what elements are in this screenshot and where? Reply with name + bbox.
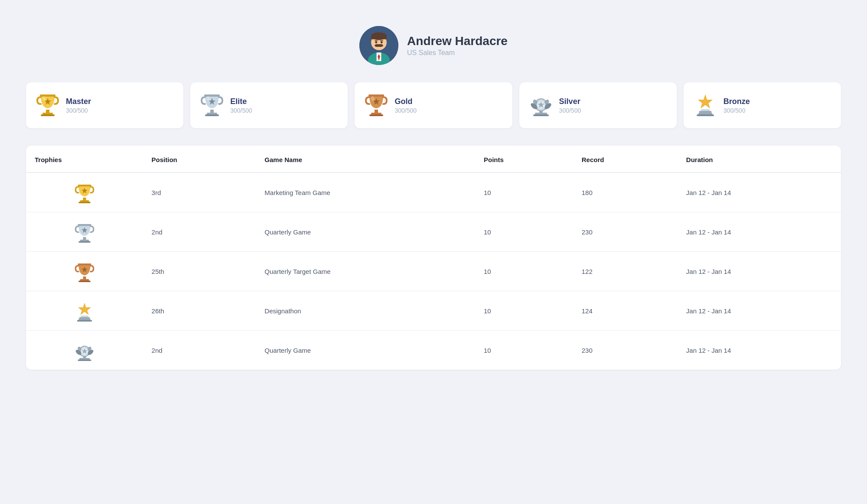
profile-name: Andrew Hardacre <box>407 34 508 48</box>
position-cell: 2nd <box>143 212 256 252</box>
trophy-cards-row: Master 300/500 Elite <box>26 82 841 128</box>
svg-rect-22 <box>204 94 220 97</box>
trophy-card-bronze-info: Bronze 300/500 <box>724 97 750 114</box>
svg-rect-16 <box>40 94 55 97</box>
profile-info: Andrew Hardacre US Sales Team <box>407 34 508 57</box>
duration-cell: Jan 12 - Jan 14 <box>678 291 841 331</box>
svg-rect-49 <box>83 198 86 202</box>
svg-rect-26 <box>369 114 383 116</box>
trophy-card-bronze-label: Bronze <box>724 97 750 106</box>
game-name-cell: Designathon <box>256 291 475 331</box>
trophy-card-bronze-score: 300/500 <box>724 107 750 114</box>
trophy-card-elite-info: Elite 300/500 <box>230 97 252 114</box>
trophy-icon-cell <box>26 212 143 252</box>
svg-rect-53 <box>78 241 91 243</box>
svg-rect-55 <box>78 224 91 226</box>
points-cell: 10 <box>475 291 573 331</box>
svg-rect-48 <box>78 202 91 203</box>
svg-rect-15 <box>46 110 49 114</box>
elite-trophy-icon <box>201 91 223 120</box>
bronze-trophy-icon <box>694 91 717 120</box>
svg-rect-54 <box>83 237 86 241</box>
table-header-row: Trophies Position Game Name Points Recor… <box>26 146 841 172</box>
svg-point-8 <box>378 44 383 47</box>
svg-rect-60 <box>78 263 91 265</box>
trophy-card-master-label: Master <box>66 97 91 106</box>
trophy-icon-cell <box>26 172 143 212</box>
avatar <box>359 26 398 65</box>
trophy-card-silver[interactable]: Silver 300/500 <box>519 82 677 128</box>
svg-rect-28 <box>368 94 384 97</box>
trophy-icon-cell <box>26 291 143 331</box>
svg-rect-44 <box>699 111 711 114</box>
table-row: 2nd Quarterly Game 10 230 Jan 12 - Jan 1… <box>26 331 841 370</box>
position-cell: 26th <box>143 291 256 331</box>
game-name-cell: Quarterly Game <box>256 212 475 252</box>
trophy-card-elite[interactable]: Elite 300/500 <box>190 82 348 128</box>
svg-rect-63 <box>77 320 92 322</box>
points-cell: 10 <box>475 331 573 370</box>
trophy-icon-cell <box>26 252 143 291</box>
table-section: Trophies Position Game Name Points Recor… <box>26 146 841 370</box>
trophy-icon <box>35 182 134 203</box>
trophy-card-master-score: 300/500 <box>66 107 91 114</box>
page-wrapper: Andrew Hardacre US Sales Team <box>0 0 867 396</box>
svg-rect-12 <box>380 40 383 41</box>
game-name-cell: Quarterly Target Game <box>256 252 475 291</box>
profile-section: Andrew Hardacre US Sales Team <box>26 13 841 82</box>
svg-rect-58 <box>78 281 91 282</box>
trophy-card-bronze[interactable]: Bronze 300/500 <box>684 82 841 128</box>
col-duration: Duration <box>678 146 841 172</box>
record-cell: 124 <box>573 291 678 331</box>
trophy-card-silver-info: Silver 300/500 <box>559 97 581 114</box>
trophy-icon-cell <box>26 331 143 370</box>
position-cell: 3rd <box>143 172 256 212</box>
data-table: Trophies Position Game Name Points Recor… <box>26 146 841 370</box>
trophy-card-gold[interactable]: Gold 300/500 <box>355 82 512 128</box>
record-cell: 230 <box>573 212 678 252</box>
trophy-card-master-info: Master 300/500 <box>66 97 91 114</box>
trophy-card-silver-score: 300/500 <box>559 107 581 114</box>
duration-cell: Jan 12 - Jan 14 <box>678 212 841 252</box>
points-cell: 10 <box>475 172 573 212</box>
svg-rect-42 <box>697 114 714 116</box>
points-cell: 10 <box>475 252 573 291</box>
col-record: Record <box>573 146 678 172</box>
master-trophy-icon <box>36 91 59 120</box>
svg-rect-11 <box>375 40 378 41</box>
profile-team: US Sales Team <box>407 49 508 57</box>
trophy-card-gold-score: 300/500 <box>394 107 417 114</box>
col-position: Position <box>143 146 256 172</box>
table-row: 3rd Marketing Team Game 10 180 Jan 12 - … <box>26 172 841 212</box>
col-game-name: Game Name <box>256 146 475 172</box>
game-name-cell: Marketing Team Game <box>256 172 475 212</box>
position-cell: 2nd <box>143 331 256 370</box>
record-cell: 122 <box>573 252 678 291</box>
svg-rect-32 <box>533 114 549 116</box>
svg-rect-65 <box>79 317 90 319</box>
trophy-card-elite-label: Elite <box>230 97 252 106</box>
svg-point-9 <box>375 42 378 44</box>
record-cell: 230 <box>573 331 678 370</box>
svg-rect-20 <box>205 114 219 116</box>
game-name-cell: Quarterly Game <box>256 331 475 370</box>
trophy-card-silver-label: Silver <box>559 97 581 106</box>
svg-rect-14 <box>41 114 55 116</box>
svg-rect-69 <box>78 360 91 361</box>
trophy-icon <box>35 300 134 322</box>
svg-rect-21 <box>210 110 214 114</box>
col-trophies: Trophies <box>26 146 143 172</box>
table-row: 2nd Quarterly Game 10 230 Jan 12 - Jan 1… <box>26 212 841 252</box>
duration-cell: Jan 12 - Jan 14 <box>678 331 841 370</box>
trophy-card-master[interactable]: Master 300/500 <box>26 82 183 128</box>
svg-rect-50 <box>78 185 91 186</box>
table-row: 25th Quarterly Target Game 10 122 Jan 12… <box>26 252 841 291</box>
trophy-card-gold-label: Gold <box>394 97 417 106</box>
svg-rect-6 <box>371 36 387 39</box>
silver-trophy-icon <box>530 91 552 120</box>
duration-cell: Jan 12 - Jan 14 <box>678 172 841 212</box>
trophy-icon <box>35 260 134 282</box>
trophy-icon <box>35 221 134 243</box>
trophy-card-elite-score: 300/500 <box>230 107 252 114</box>
svg-rect-59 <box>83 276 86 280</box>
